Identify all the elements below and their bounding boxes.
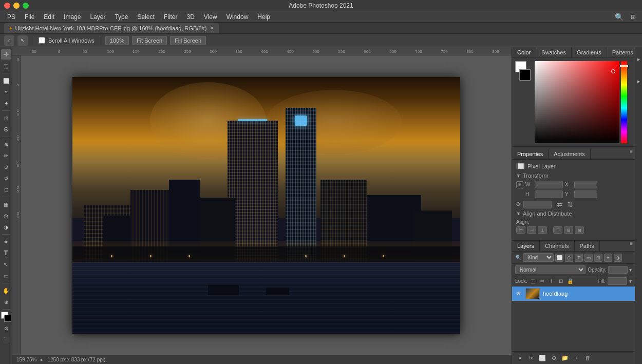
color-swatch[interactable] <box>1 312 11 322</box>
tab-paths[interactable]: Paths <box>575 241 600 251</box>
eyedropper-tool[interactable]: ⦿ <box>1 124 11 135</box>
quick-mask-btn[interactable]: ⊘ <box>1 323 11 333</box>
layer-filter-adj-btn[interactable]: ⊙ <box>565 254 573 262</box>
layer-filter-mode-btn[interactable]: ◑ <box>614 254 622 262</box>
tab-layers[interactable]: Layers <box>512 241 540 251</box>
scroll-all-label[interactable]: Scroll All Windows <box>48 37 95 44</box>
layer-group-btn[interactable]: 📁 <box>560 354 570 362</box>
hue-slider[interactable] <box>621 61 627 143</box>
path-select-tool[interactable]: ↖ <box>1 259 11 270</box>
magic-wand-tool[interactable]: ✦ <box>1 98 11 108</box>
flip-h-icon[interactable]: ⇄ <box>557 200 563 208</box>
fill-input[interactable]: 100% <box>608 277 627 285</box>
zoom-tool[interactable]: ⊕ <box>1 297 11 307</box>
close-button[interactable] <box>4 3 10 9</box>
panel-toggle-top[interactable]: ▶ <box>636 49 641 70</box>
artboard-tool[interactable]: ⬚ <box>1 61 11 71</box>
fill-dropdown-icon[interactable]: ▾ <box>629 278 632 284</box>
menu-edit[interactable]: Edit <box>40 12 59 22</box>
align-left-edge-btn[interactable]: ⊢ <box>516 226 525 234</box>
tab-adjustments[interactable]: Adjustments <box>549 149 591 159</box>
hand-tool[interactable]: ✋ <box>1 285 11 296</box>
layer-filter-type-btn[interactable]: T <box>575 254 583 262</box>
link-dimensions-icon[interactable]: ⊟ <box>516 181 523 188</box>
menu-image[interactable]: Image <box>60 12 85 22</box>
height-input[interactable]: 833 px <box>535 190 563 198</box>
crop-tool[interactable]: ⊡ <box>1 113 11 123</box>
maximize-button[interactable] <box>23 3 29 9</box>
canvas-viewport[interactable] <box>21 55 512 355</box>
menu-type[interactable]: Type <box>110 12 132 22</box>
layer-filter-smart-btn[interactable]: ⊞ <box>594 254 602 262</box>
document-tab[interactable]: ● Uitzicht Hotel New York-103-HDRPro-CEP… <box>4 23 219 33</box>
tab-color[interactable]: Color <box>512 47 536 58</box>
shape-tool[interactable]: ▭ <box>1 271 11 281</box>
align-right-edge-btn[interactable]: ⊥ <box>538 226 547 234</box>
layers-panel-menu[interactable]: ≡ <box>628 241 635 251</box>
menu-ps[interactable]: PS <box>3 12 20 22</box>
align-bottom-edge-btn[interactable]: ⊠ <box>575 226 584 234</box>
tab-swatches[interactable]: Swatches <box>536 47 572 58</box>
layer-visibility-toggle[interactable]: 👁 <box>515 290 522 297</box>
opacity-input[interactable]: 100% <box>608 266 628 274</box>
type-tool[interactable]: T <box>1 248 11 258</box>
menu-filter[interactable]: Filter <box>160 12 182 22</box>
lock-artboard-btn[interactable]: ⊡ <box>557 278 564 285</box>
color-picker-cursor[interactable] <box>611 69 615 73</box>
align-top-edge-btn[interactable]: ⊤ <box>553 226 562 234</box>
align-center-h-btn[interactable]: ⊣ <box>527 226 536 234</box>
menu-layer[interactable]: Layer <box>86 12 109 22</box>
tab-properties[interactable]: Properties <box>512 149 549 159</box>
healing-tool[interactable]: ⊕ <box>1 139 11 149</box>
blur-tool[interactable]: ◎ <box>1 210 11 221</box>
pen-tool[interactable]: ✒ <box>1 237 11 247</box>
layer-filter-effects-btn[interactable]: ✦ <box>604 254 612 262</box>
align-center-v-btn[interactable]: ⊟ <box>564 226 573 234</box>
arrange-icon[interactable]: ⊞ <box>628 13 639 21</box>
properties-panel-menu[interactable]: ≡ <box>628 149 635 159</box>
menu-select[interactable]: Select <box>133 12 158 22</box>
fill-screen-btn[interactable]: Fill Screen <box>170 36 206 45</box>
tab-patterns[interactable]: Patterns <box>607 47 635 58</box>
clone-stamp-tool[interactable]: ⊙ <box>1 162 11 172</box>
color-gradient-picker[interactable] <box>535 61 619 143</box>
layer-item-hoofdlaag[interactable]: 👁 hoofdlaag <box>512 286 635 301</box>
layer-filter-shape-btn[interactable]: ▭ <box>584 254 593 262</box>
dodge-tool[interactable]: ◑ <box>1 222 11 232</box>
lock-all-btn[interactable]: 🔒 <box>567 278 574 285</box>
menu-help[interactable]: Help <box>253 12 274 22</box>
layer-mask-btn[interactable]: ⬜ <box>538 354 547 362</box>
menu-window[interactable]: Window <box>222 12 253 22</box>
angle-input[interactable]: 0.00° <box>523 201 552 208</box>
rect-select-tool[interactable]: ⬜ <box>1 75 11 86</box>
minimize-button[interactable] <box>13 3 20 9</box>
tab-channels[interactable]: Channels <box>540 241 574 251</box>
panel-toggle-mid[interactable]: ▶ <box>636 71 641 92</box>
history-brush-tool[interactable]: ↺ <box>1 173 11 183</box>
brush-tool[interactable]: ✏ <box>1 150 11 161</box>
zoom-level-btn[interactable]: 100% <box>105 36 129 45</box>
layer-delete-btn[interactable]: 🗑 <box>583 354 592 362</box>
search-icon[interactable]: 🔍 <box>612 13 627 21</box>
menu-view[interactable]: View <box>200 12 221 22</box>
lock-position-btn[interactable]: ✛ <box>548 278 555 285</box>
tool-options-icon[interactable]: ↖ <box>17 35 28 46</box>
window-controls[interactable] <box>4 3 29 9</box>
layer-fx-btn[interactable]: fx <box>526 354 536 362</box>
eraser-tool[interactable]: ◻ <box>1 184 11 195</box>
tab-close-icon[interactable]: ✕ <box>210 25 214 31</box>
tab-gradients[interactable]: Gradients <box>572 47 607 58</box>
flip-v-icon[interactable]: ⇅ <box>567 200 573 208</box>
width-input[interactable]: 1250 px <box>535 181 563 188</box>
layer-filter-pixel-btn[interactable]: ⬜ <box>555 254 563 262</box>
home-icon[interactable]: ⌂ <box>4 35 14 46</box>
lock-transparent-btn[interactable]: ⬚ <box>530 278 537 285</box>
menu-file[interactable]: File <box>21 12 39 22</box>
x-input[interactable]: 0 px <box>574 181 597 188</box>
align-section-header[interactable]: ▼ Align and Distribute <box>516 210 631 217</box>
layer-new-btn[interactable]: + <box>572 354 581 362</box>
opacity-dropdown-icon[interactable]: ▾ <box>629 267 632 273</box>
blend-mode-select[interactable]: Normal <box>515 265 586 274</box>
screen-mode-btn[interactable]: ⬛ <box>1 334 11 344</box>
scroll-all-checkbox[interactable] <box>39 37 45 44</box>
